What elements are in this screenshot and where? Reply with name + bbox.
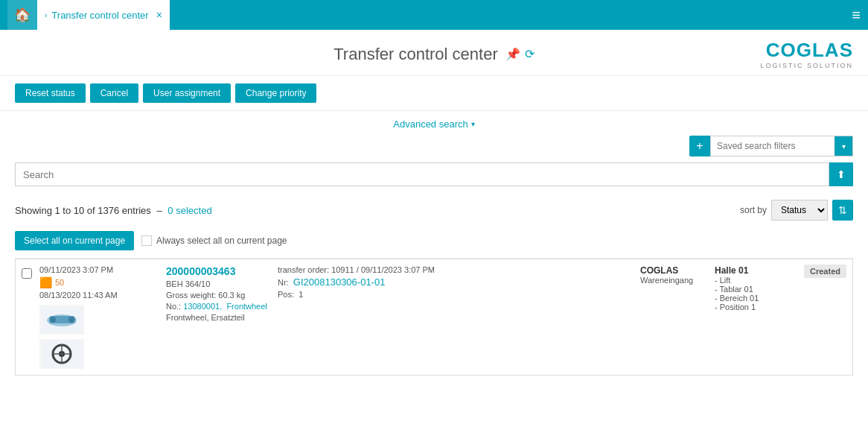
status-badge: Created [804, 265, 846, 278]
item-id-link[interactable]: 200000003463 [166, 265, 270, 277]
item-location-tablar: - Tablar 01 [715, 285, 789, 294]
search-row: ⬆ [15, 162, 853, 186]
item-image-1 [39, 305, 84, 335]
item-location-lift: - Lift [715, 276, 789, 285]
item-no-name-link[interactable]: Frontwheel [226, 302, 267, 311]
sort-label: sort by [740, 205, 767, 215]
add-filter-button[interactable]: + [689, 136, 710, 156]
search-section: Advanced search ▾ + ▾ ⬆ [0, 111, 868, 194]
svg-point-4 [68, 317, 74, 323]
list-container: 09/11/2023 3:07 PM 🟧 50 08/13/2020 11:43… [0, 259, 868, 376]
item-date1: 09/11/2023 3:07 PM [39, 265, 159, 274]
pos-value: 1 [299, 290, 303, 299]
pin-button[interactable]: 📌 [505, 47, 520, 61]
item-location: Halle 01 - Lift - Tablar 01 - Bereich 01… [715, 265, 789, 311]
nav-left: 🏠 › Transfer control center × [7, 0, 170, 30]
cancel-button[interactable]: Cancel [90, 83, 138, 103]
results-info: Showing 1 to 10 of 1376 entries – 0 sele… [0, 194, 868, 227]
selected-text: 0 selected [167, 205, 211, 216]
item-desc: Frontwheel, Ersatzteil [166, 313, 270, 322]
sort-direction-button[interactable]: ⇅ [832, 200, 853, 221]
refresh-button[interactable]: ⟳ [525, 47, 534, 61]
item-location-bereich: - Bereich 01 [715, 294, 789, 303]
item-middle: transfer order: 10911 / 09/11/2023 3:07 … [278, 265, 633, 299]
search-upload-button[interactable]: ⬆ [829, 162, 853, 186]
item-no-link[interactable]: 13080001, [183, 302, 222, 311]
top-nav: 🏠 › Transfer control center × ≡ [0, 0, 868, 30]
item-left: 09/11/2023 3:07 PM 🟧 50 08/13/2020 11:43… [39, 265, 159, 369]
item-images [39, 305, 159, 369]
pos-label: Pos: [278, 290, 294, 299]
logo-coglas: COGLAS [574, 39, 853, 62]
sort-select[interactable]: Status Date Priority [771, 200, 828, 221]
item-nr: Nr: GI2008130306-01-01 [278, 276, 633, 288]
item-weight: Gross weight: 60.3 kg [166, 291, 270, 300]
separator: – [156, 205, 162, 216]
advanced-search-label: Advanced search [393, 118, 467, 130]
svg-point-3 [50, 317, 56, 323]
tab-label: Transfer control center [51, 10, 148, 21]
item-priority: 🟧 50 [39, 276, 159, 288]
logo-sub: LOGISTIC SOLUTION [574, 62, 853, 69]
saved-filters-dropdown: ▾ [710, 136, 853, 156]
always-select-text: Always select all on current page [156, 235, 287, 246]
nr-label: Nr: [278, 278, 289, 287]
hamburger-button[interactable]: ≡ [852, 7, 861, 24]
item-ref: BEH 364/10 [166, 279, 270, 288]
saved-filters-input[interactable] [711, 136, 835, 156]
nr-value-link[interactable]: GI2008130306-01-01 [293, 276, 386, 288]
page-title-area: Transfer control center 📌 ⟳ [294, 45, 573, 64]
item-checkbox[interactable] [22, 268, 32, 279]
toolbar: Reset status Cancel User assignment Chan… [0, 76, 868, 111]
showing-text: Showing 1 to 10 of 1376 entries [15, 205, 151, 216]
item-image-2 [39, 339, 84, 369]
list-item: 09/11/2023 3:07 PM 🟧 50 08/13/2020 11:43… [15, 259, 853, 376]
transfer-order: transfer order: 10911 / 09/11/2023 3:07 … [278, 265, 633, 274]
page-title: Transfer control center [334, 45, 498, 64]
user-assignment-button[interactable]: User assignment [143, 83, 231, 103]
item-date2: 08/13/2020 11:43 AM [39, 291, 159, 300]
transfer-order-link[interactable]: transfer order: 10911 / 09/11/2023 3:07 … [278, 265, 435, 274]
sort-area: sort by Status Date Priority ⇅ [740, 200, 853, 221]
search-input[interactable] [15, 162, 829, 186]
reset-status-button[interactable]: Reset status [15, 83, 86, 103]
item-details: 200000003463 BEH 364/10 Gross weight: 60… [166, 265, 270, 322]
item-company: COGLAS [640, 265, 707, 276]
results-text: Showing 1 to 10 of 1376 entries – 0 sele… [15, 205, 212, 216]
item-dept: Wareneingang [640, 276, 707, 285]
chevron-down-icon: ▾ [471, 120, 475, 128]
tab-chevron: › [45, 11, 47, 19]
item-pos: Pos: 1 [278, 290, 633, 299]
select-all-row: Select all on current page Always select… [0, 227, 868, 258]
home-icon: 🏠 [14, 7, 31, 23]
item-location-name: Halle 01 [715, 265, 789, 276]
product-image-1 [42, 307, 83, 333]
item-checkbox-area [22, 268, 32, 281]
always-select-checkbox[interactable] [141, 235, 152, 246]
saved-filters-row: + ▾ [15, 136, 853, 156]
advanced-search-button[interactable]: Advanced search ▾ [393, 118, 474, 130]
product-image-2 [42, 341, 83, 367]
tab-close-button[interactable]: × [156, 9, 162, 21]
tab-transfer-center: › Transfer control center × [37, 0, 170, 30]
home-button[interactable]: 🏠 [7, 0, 37, 30]
item-company-area: COGLAS Wareneingang [640, 265, 707, 285]
advanced-search-toggle: Advanced search ▾ [15, 118, 853, 130]
always-select-label[interactable]: Always select all on current page [141, 235, 287, 246]
priority-value: 50 [55, 278, 64, 287]
item-status-area: Created [804, 265, 846, 276]
title-icons: 📌 ⟳ [505, 47, 534, 61]
logo-area: COGLAS LOGISTIC SOLUTION [574, 39, 853, 69]
item-no: No.: 13080001, Frontwheel [166, 302, 270, 311]
item-location-position: - Position 1 [715, 303, 789, 311]
change-priority-button[interactable]: Change priority [235, 83, 316, 103]
priority-icon: 🟧 [39, 276, 52, 288]
no-label: No.: [166, 302, 181, 311]
saved-filters-dropdown-arrow[interactable]: ▾ [835, 136, 852, 156]
page-header: Transfer control center 📌 ⟳ COGLAS LOGIS… [0, 30, 868, 76]
select-all-button[interactable]: Select all on current page [15, 231, 134, 250]
